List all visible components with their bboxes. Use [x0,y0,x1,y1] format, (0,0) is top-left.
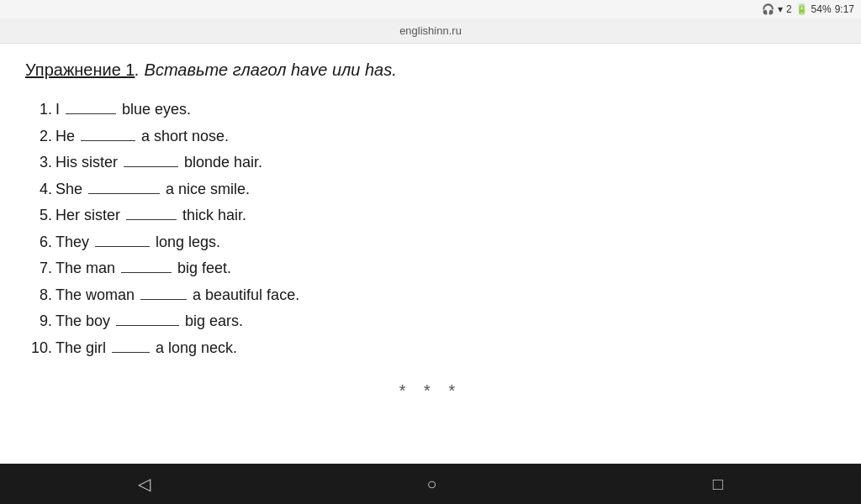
status-icons: 🎧 ▾ 2 🔋 54% 9:17 [762,3,854,15]
item-text: She a nice smile. [55,176,250,203]
list-item: 5.Her sister thick hair. [25,202,836,229]
recents-button[interactable] [713,475,723,494]
url-text: englishinn.ru [399,24,462,37]
home-button[interactable] [426,475,436,494]
list-item: 1.I blue eyes. [25,97,836,123]
exercise-list: 1.I blue eyes.2.He a short nose.3.His si… [25,97,836,361]
wifi-icon: ▾ [778,3,783,15]
list-item: 8.The woman a beautiful face. [25,282,836,309]
item-number: 6. [25,229,52,256]
item-text: The woman a beautiful face. [55,282,299,309]
item-text: The man big feet. [55,255,231,282]
exercise-title-italic: . Вставьте глагол have или has. [135,60,396,79]
item-text: His sister blonde hair. [55,150,262,176]
blank-space [126,219,177,220]
item-number: 1. [25,97,52,123]
blank-space [88,193,160,194]
blank-space [121,272,172,273]
status-bar: 🎧 ▾ 2 🔋 54% 9:17 [0,0,861,18]
item-text: Her sister thick hair. [55,202,246,229]
blank-space [81,140,135,141]
item-text: They long legs. [55,229,220,256]
back-button[interactable] [138,474,151,494]
main-content: Упражнение 1. Вставьте глагол have или h… [0,44,861,464]
list-item: 3.His sister blonde hair. [25,150,836,176]
blank-space [124,166,178,167]
separator: * * * [25,381,836,401]
list-item: 9.The boy big ears. [25,308,836,335]
clock: 9:17 [835,3,854,15]
battery-icon: 🔋 [795,3,808,15]
exercise-title-underline: Упражнение 1 [25,60,135,79]
item-number: 9. [25,308,52,335]
item-number: 2. [25,123,52,150]
blank-space [112,352,150,353]
item-text: The girl a long neck. [55,335,237,362]
blank-space [66,113,116,114]
list-item: 7.The man big feet. [25,255,836,282]
exercise-title: Упражнение 1. Вставьте глагол have или h… [25,60,836,80]
item-number: 8. [25,282,52,309]
blank-space [95,246,150,247]
item-text: I blue eyes. [55,97,191,123]
item-number: 4. [25,176,52,203]
nav-bar [0,464,861,504]
item-number: 10. [25,335,52,362]
list-item: 4.She a nice smile. [25,176,836,203]
headphone-icon: 🎧 [762,3,774,15]
signal-icon: 2 [786,3,792,15]
list-item: 6.They long legs. [25,229,836,256]
blank-space [140,299,187,300]
battery-percent: 54% [811,3,832,15]
list-item: 10.The girl a long neck. [25,335,836,362]
item-text: The boy big ears. [55,308,243,335]
item-number: 3. [25,150,52,176]
list-item: 2.He a short nose. [25,123,836,150]
item-number: 7. [25,255,52,282]
item-number: 5. [25,202,52,229]
blank-space [116,325,179,326]
item-text: He a short nose. [55,123,229,150]
url-bar[interactable]: englishinn.ru [0,18,861,44]
